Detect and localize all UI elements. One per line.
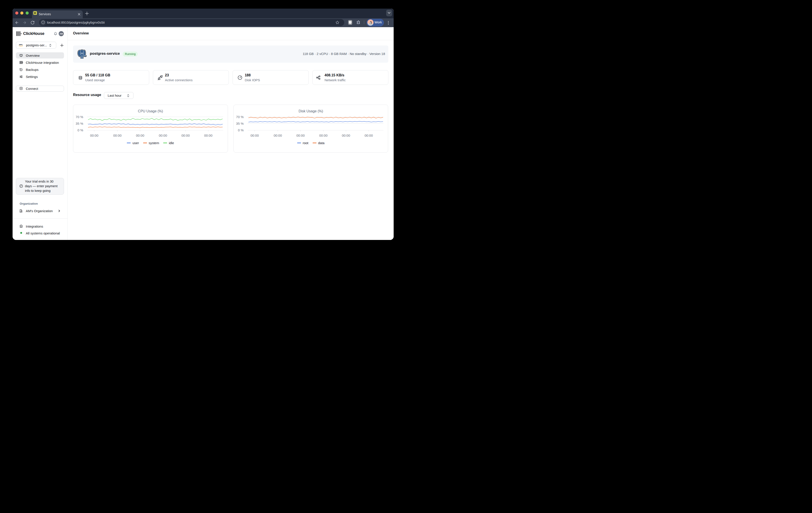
svg-text:35 %: 35 % [76, 122, 83, 125]
svg-text:70 %: 70 % [236, 115, 243, 119]
svg-text:70 %: 70 % [76, 115, 83, 119]
svg-text:00:00: 00:00 [113, 134, 122, 137]
svg-text:00:00: 00:00 [90, 134, 98, 137]
svg-text:00:00: 00:00 [319, 134, 328, 137]
svg-text:00:00: 00:00 [159, 134, 167, 137]
svg-text:00:00: 00:00 [204, 134, 212, 137]
svg-text:35 %: 35 % [236, 122, 243, 125]
svg-text:00:00: 00:00 [273, 134, 282, 137]
svg-text:aws: aws [19, 44, 23, 46]
svg-text:00:00: 00:00 [181, 134, 190, 137]
svg-text:00:00: 00:00 [251, 134, 259, 137]
svg-text:0 %: 0 % [238, 128, 243, 132]
svg-text:00:00: 00:00 [136, 134, 144, 137]
svg-text:00:00: 00:00 [296, 134, 305, 137]
svg-text:00:00: 00:00 [365, 134, 373, 137]
svg-text:0 %: 0 % [78, 128, 83, 132]
svg-text:00:00: 00:00 [342, 134, 350, 137]
